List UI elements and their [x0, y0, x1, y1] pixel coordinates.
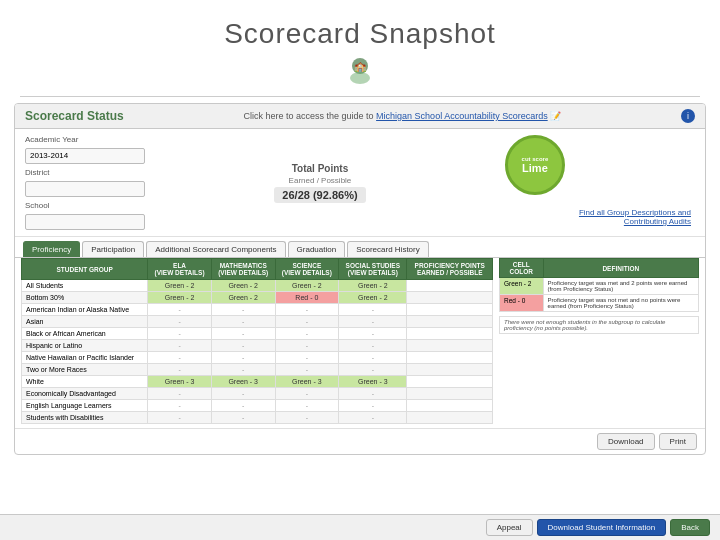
legend-row: Red - 0Proficiency target was not met an…: [500, 295, 699, 312]
guide-link-anchor[interactable]: Michigan School Accountability Scorecard…: [376, 111, 548, 121]
bottom-content: STUDENT GROUP ELA(VIEW DETAILS) MATHEMAT…: [15, 258, 705, 428]
score-cell: Green - 2: [339, 292, 407, 304]
score-cell: [407, 292, 493, 304]
legend-th-color: CELL COLOR: [500, 259, 544, 278]
score-cell: -: [211, 352, 275, 364]
lime-indicator: cut score Lime: [505, 135, 565, 195]
score-cell: -: [275, 364, 339, 376]
score-cell: Green - 3: [339, 376, 407, 388]
page-header: Scorecard Snapshot 🏫: [0, 0, 720, 96]
main-card: Scorecard Status Click here to access th…: [14, 103, 706, 455]
student-group-cell: Economically Disadvantaged: [22, 388, 148, 400]
score-cell: [407, 316, 493, 328]
score-cell: Green - 2: [211, 280, 275, 292]
table-row: Two or More Races----: [22, 364, 493, 376]
score-cell: -: [148, 388, 212, 400]
header-icon-container: 🏫: [20, 54, 700, 88]
bottom-bar: Appeal Download Student Information Back: [0, 514, 720, 540]
score-cell: -: [211, 388, 275, 400]
download-student-button[interactable]: Download Student Information: [537, 519, 667, 536]
table-row: Native Hawaiian or Pacific Islander----: [22, 352, 493, 364]
score-cell: [407, 352, 493, 364]
card-header: Scorecard Status Click here to access th…: [15, 104, 705, 129]
school-icon: 🏫: [345, 54, 375, 88]
total-points-label: Total Points: [292, 163, 348, 174]
score-cell: -: [211, 412, 275, 424]
table-row: American Indian or Alaska Native----: [22, 304, 493, 316]
find-link[interactable]: Find all Group Descriptions and: [579, 208, 691, 217]
table-row: Hispanic or Latino----: [22, 340, 493, 352]
tab-graduation[interactable]: Graduation: [288, 241, 346, 257]
action-bar: Download Print: [15, 428, 705, 454]
table-body: All StudentsGreen - 2Green - 2Green - 2G…: [22, 280, 493, 424]
score-cell: -: [339, 352, 407, 364]
tab-additional[interactable]: Additional Scorecard Components: [146, 241, 285, 257]
score-cell: Green - 2: [339, 280, 407, 292]
district-input[interactable]: [25, 181, 145, 197]
student-group-cell: Bottom 30%: [22, 292, 148, 304]
score-cell: -: [339, 316, 407, 328]
academic-year-input[interactable]: 2013-2014: [25, 148, 145, 164]
table-container: STUDENT GROUP ELA(VIEW DETAILS) MATHEMAT…: [21, 258, 493, 424]
tab-proficiency[interactable]: Proficiency: [23, 241, 80, 257]
school-input[interactable]: [25, 214, 145, 230]
score-cell: [407, 364, 493, 376]
score-cell: -: [211, 328, 275, 340]
info-icon[interactable]: i: [681, 109, 695, 123]
student-group-cell: Two or More Races: [22, 364, 148, 376]
legend-color-cell: Green - 2: [500, 278, 544, 295]
legend-container: CELL COLOR DEFINITION Green - 2Proficien…: [499, 258, 699, 424]
score-cell: [407, 340, 493, 352]
th-math: MATHEMATICS(VIEW DETAILS): [211, 259, 275, 280]
score-cell: -: [211, 316, 275, 328]
header-divider: [20, 96, 700, 97]
right-section: Find all Group Descriptions and Contribu…: [575, 135, 695, 230]
score-cell: Green - 2: [148, 280, 212, 292]
score-cell: -: [275, 304, 339, 316]
score-cell: Green - 2: [211, 292, 275, 304]
th-social: SOCIAL STUDIES(VIEW DETAILS): [339, 259, 407, 280]
student-group-cell: Asian: [22, 316, 148, 328]
table-row: Economically Disadvantaged----: [22, 388, 493, 400]
points-subtext: Earned / Possible: [289, 176, 352, 185]
table-row: All StudentsGreen - 2Green - 2Green - 2G…: [22, 280, 493, 292]
proficiency-table: STUDENT GROUP ELA(VIEW DETAILS) MATHEMAT…: [21, 258, 493, 424]
page-title: Scorecard Snapshot: [20, 18, 700, 50]
card-guide-link: Click here to access the guide to Michig…: [244, 111, 562, 121]
tab-participation[interactable]: Participation: [82, 241, 144, 257]
score-cell: [407, 376, 493, 388]
appeal-button[interactable]: Appeal: [486, 519, 533, 536]
form-section-year: Academic Year 2013-2014 District School: [25, 135, 145, 230]
legend-definition-cell: Proficiency target was met and 2 points …: [543, 278, 698, 295]
score-cell: -: [211, 400, 275, 412]
score-cell: -: [339, 340, 407, 352]
table-row: Bottom 30%Green - 2Green - 2Red - 0Green…: [22, 292, 493, 304]
score-cell: Green - 3: [148, 376, 212, 388]
score-cell: -: [211, 304, 275, 316]
score-cell: Green - 2: [148, 292, 212, 304]
card-header-title: Scorecard Status: [25, 109, 124, 123]
print-button[interactable]: Print: [659, 433, 697, 450]
score-cell: -: [148, 340, 212, 352]
score-cell: -: [275, 316, 339, 328]
score-cell: -: [339, 388, 407, 400]
student-group-cell: English Language Learners: [22, 400, 148, 412]
points-value: 26/28 (92.86%): [274, 187, 365, 203]
lime-label: Lime: [522, 162, 548, 174]
table-header-row: STUDENT GROUP ELA(VIEW DETAILS) MATHEMAT…: [22, 259, 493, 280]
academic-year-label: Academic Year: [25, 135, 145, 144]
download-button[interactable]: Download: [597, 433, 655, 450]
legend-header-row: CELL COLOR DEFINITION: [500, 259, 699, 278]
back-button[interactable]: Back: [670, 519, 710, 536]
score-cell: -: [148, 328, 212, 340]
score-cell: -: [148, 412, 212, 424]
score-cell: Green - 3: [275, 376, 339, 388]
find-link2[interactable]: Contributing Audits: [624, 217, 691, 226]
tab-history[interactable]: Scorecard History: [347, 241, 429, 257]
score-cell: -: [148, 352, 212, 364]
table-row: Asian----: [22, 316, 493, 328]
student-group-cell: All Students: [22, 280, 148, 292]
card-top: Academic Year 2013-2014 District School …: [15, 129, 705, 237]
score-cell: Green - 2: [275, 280, 339, 292]
score-cell: -: [211, 364, 275, 376]
